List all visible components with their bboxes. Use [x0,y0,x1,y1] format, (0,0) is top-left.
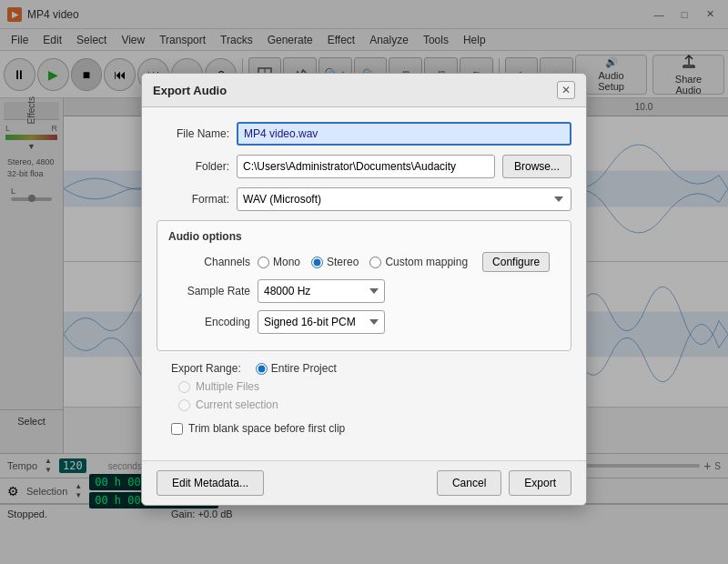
dialog-close-button[interactable]: ✕ [557,81,575,99]
trim-label: Trim blank space before first clip [188,422,345,435]
mono-radio[interactable] [258,257,269,268]
audio-options-section: Audio options Channels Mono Stereo [157,220,571,351]
format-label: Format: [157,193,229,206]
multiple-files-radio [178,381,190,393]
encoding-select[interactable]: Signed 16-bit PCM Unsigned 8-bit PCM 32-… [258,310,385,334]
cancel-button[interactable]: Cancel [437,470,501,496]
current-selection-label: Current selection [196,398,278,411]
stereo-label: Stereo [327,256,359,268]
mono-label: Mono [273,256,300,268]
channels-radio-group: Mono Stereo Custom mapping Configure [258,252,550,272]
folder-input[interactable] [237,155,495,178]
filename-label: File Name: [157,127,229,140]
custom-mapping-option[interactable]: Custom mapping [369,256,468,268]
current-selection-option[interactable]: Current selection [178,398,571,411]
current-selection-radio [178,399,190,411]
channels-label: Channels [168,256,250,268]
format-select[interactable]: WAV (Microsoft) MP3 FLAC OGG AIFF [237,187,571,211]
edit-metadata-button[interactable]: Edit Metadata... [157,470,264,496]
configure-button[interactable]: Configure [482,252,550,272]
mono-option[interactable]: Mono [258,256,300,268]
stereo-option[interactable]: Stereo [311,256,359,268]
format-row: Format: WAV (Microsoft) MP3 FLAC OGG AIF… [157,187,571,211]
export-range-row: Export Range: Entire Project [171,362,571,375]
export-range-label: Export Range: [171,362,241,375]
range-options: Multiple Files Current selection [171,380,571,411]
custom-mapping-label: Custom mapping [385,256,468,268]
stereo-radio[interactable] [311,257,323,268]
sample-rate-label: Sample Rate [168,285,250,297]
sample-rate-select[interactable]: 48000 Hz 44100 Hz 96000 Hz [258,279,385,303]
entire-project-option[interactable]: Entire Project [256,362,337,375]
folder-label: Folder: [157,160,229,173]
encoding-row: Encoding Signed 16-bit PCM Unsigned 8-bi… [168,310,560,334]
dialog-footer: Edit Metadata... Cancel Export [142,460,586,505]
dialog-title-bar: Export Audio ✕ [142,74,586,107]
trim-checkbox[interactable] [171,423,183,435]
browse-button[interactable]: Browse... [502,155,571,178]
export-dialog: Export Audio ✕ File Name: Folder: Browse… [141,73,587,506]
channels-row: Channels Mono Stereo Custom mapping [168,252,560,272]
custom-mapping-radio[interactable] [369,257,381,268]
encoding-label: Encoding [168,316,250,328]
trim-checkbox-row: Trim blank space before first clip [157,422,571,435]
entire-project-label: Entire Project [271,362,337,375]
filename-input[interactable] [237,122,571,146]
audio-options-title: Audio options [168,230,560,243]
sample-rate-row: Sample Rate 48000 Hz 44100 Hz 96000 Hz [168,279,560,303]
dialog-title: Export Audio [153,84,227,97]
folder-row: Folder: Browse... [157,155,571,178]
multiple-files-option[interactable]: Multiple Files [178,380,571,393]
export-button[interactable]: Export [509,470,571,496]
export-range-section: Export Range: Entire Project Multiple Fi… [157,362,571,411]
dialog-body: File Name: Folder: Browse... Format: WAV… [142,107,586,460]
multiple-files-label: Multiple Files [196,380,259,393]
filename-row: File Name: [157,122,571,146]
modal-overlay: Export Audio ✕ File Name: Folder: Browse… [0,0,728,564]
entire-project-radio[interactable] [256,363,268,375]
